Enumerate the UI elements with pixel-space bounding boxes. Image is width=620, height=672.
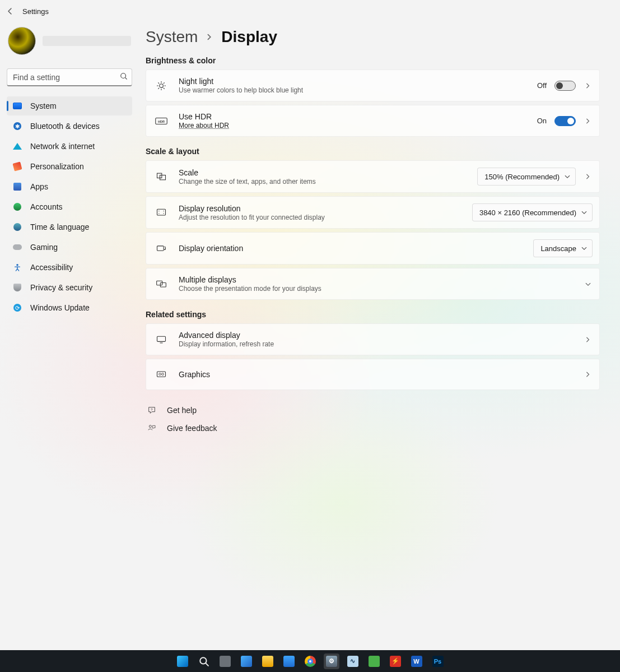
card-subtitle: Choose the presentation mode for your di… <box>179 285 572 293</box>
accessibility-icon <box>12 262 22 272</box>
svg-text:?: ? <box>151 408 153 411</box>
orientation-icon <box>155 242 167 254</box>
nav-accessibility[interactable]: Accessibility <box>7 258 132 277</box>
svg-point-9 <box>164 211 164 211</box>
orientation-card[interactable]: Display orientation Landscape <box>146 232 600 265</box>
nav-label: Windows Update <box>30 303 90 312</box>
nav-personalization[interactable]: Personalization <box>7 157 132 176</box>
breadcrumb-parent[interactable]: System <box>146 28 198 46</box>
graphics-card[interactable]: Graphics <box>146 359 600 390</box>
select-value: Landscape <box>540 244 576 253</box>
orientation-select[interactable]: Landscape <box>533 239 593 257</box>
scale-icon <box>155 170 167 183</box>
link-label: Get help <box>167 406 197 415</box>
give-feedback-link[interactable]: Give feedback <box>146 421 600 435</box>
update-icon: ⟳ <box>12 303 22 313</box>
section-scale: Scale & layout <box>146 147 600 156</box>
gaming-icon <box>12 242 22 252</box>
page-title: Display <box>221 28 277 46</box>
system-icon <box>12 101 22 111</box>
card-subtitle: Display information, refresh rate <box>179 340 572 348</box>
taskbar-photoshop[interactable]: Ps <box>430 654 446 669</box>
select-value: 150% (Recommended) <box>484 173 560 181</box>
search-icon[interactable] <box>120 72 128 80</box>
night-light-toggle[interactable] <box>554 81 576 91</box>
hdr-more-link[interactable]: More about HDR <box>179 122 526 129</box>
hdr-icon: HDR <box>155 115 167 127</box>
taskbar-chrome[interactable] <box>302 654 318 669</box>
link-label: Give feedback <box>167 424 217 433</box>
taskbar-widgets[interactable] <box>239 654 254 669</box>
expand-icon[interactable] <box>584 172 593 181</box>
taskbar-terminal[interactable]: ∿ <box>345 654 361 669</box>
bluetooth-icon: ✱ <box>12 121 22 131</box>
get-help-link[interactable]: ? Get help <box>146 404 600 417</box>
svg-text:HDR: HDR <box>158 120 165 123</box>
nav-accounts[interactable]: Accounts <box>7 197 132 216</box>
chevron-down-icon[interactable] <box>584 280 593 289</box>
multiple-displays-card[interactable]: Multiple displays Choose the presentatio… <box>146 268 600 300</box>
advanced-display-card[interactable]: Advanced display Display information, re… <box>146 323 600 355</box>
resolution-card[interactable]: Display resolution Adjust the resolution… <box>146 196 600 229</box>
hdr-toggle[interactable] <box>554 116 576 126</box>
app-title: Settings <box>22 7 49 16</box>
expand-icon[interactable] <box>584 81 593 90</box>
chevron-right-icon <box>206 33 213 41</box>
breadcrumb: System Display <box>146 28 600 46</box>
sidebar: System ✱ Bluetooth & devices Network & i… <box>0 22 139 650</box>
avatar <box>8 27 36 55</box>
scale-card[interactable]: Scale Change the size of text, apps, and… <box>146 160 600 193</box>
taskbar-search[interactable] <box>196 654 212 669</box>
content: System Display Brightness & color Night … <box>139 22 620 650</box>
taskbar-taskview[interactable] <box>217 654 233 669</box>
toggle-state-label: Off <box>537 81 547 90</box>
search-input[interactable] <box>7 68 132 86</box>
svg-point-8 <box>159 211 159 211</box>
taskbar-mail[interactable] <box>281 654 297 669</box>
nav-label: Apps <box>30 182 48 191</box>
advanced-display-icon <box>155 333 167 346</box>
taskbar-app-bolt[interactable]: ⚡ <box>388 654 403 669</box>
card-title: Graphics <box>179 370 572 379</box>
svg-point-18 <box>162 373 164 376</box>
scale-select[interactable]: 150% (Recommended) <box>477 168 576 186</box>
hdr-card[interactable]: HDR Use HDR More about HDR On <box>146 105 600 137</box>
graphics-icon <box>155 368 167 381</box>
card-subtitle: Change the size of text, apps, and other… <box>179 178 466 186</box>
taskbar-explorer[interactable] <box>260 654 276 669</box>
nav-label: Accounts <box>30 202 63 211</box>
nav-time-language[interactable]: Time & language <box>7 217 132 237</box>
toggle-state-label: On <box>537 117 547 125</box>
resolution-select[interactable]: 3840 × 2160 (Recommended) <box>472 203 593 221</box>
nav-gaming[interactable]: Gaming <box>7 238 132 257</box>
svg-point-11 <box>164 213 164 214</box>
nav-apps[interactable]: Apps <box>7 177 132 196</box>
search <box>7 68 132 86</box>
settings-window: Settings System ✱ Bluetooth & <box>0 0 620 672</box>
nav-system[interactable]: System <box>7 96 132 115</box>
feedback-icon <box>147 424 157 433</box>
expand-icon[interactable] <box>584 370 593 379</box>
expand-icon[interactable] <box>584 335 593 344</box>
taskbar-word[interactable]: W <box>409 654 425 669</box>
svg-rect-15 <box>157 336 166 341</box>
account-header[interactable] <box>7 26 132 58</box>
taskbar-settings[interactable]: ⚙ <box>324 654 339 669</box>
svg-rect-5 <box>157 173 162 178</box>
nav-bluetooth[interactable]: ✱ Bluetooth & devices <box>7 117 132 136</box>
taskbar-start[interactable] <box>175 654 190 669</box>
nav-privacy[interactable]: Privacy & security <box>7 278 132 297</box>
network-icon <box>12 141 22 151</box>
nav-network[interactable]: Network & internet <box>7 137 132 156</box>
nav-windows-update[interactable]: ⟳ Windows Update <box>7 298 132 317</box>
taskbar-app-green[interactable] <box>366 654 382 669</box>
nav-label: Time & language <box>30 223 89 231</box>
card-title: Advanced display <box>179 331 572 340</box>
night-light-card[interactable]: Night light Use warmer colors to help bl… <box>146 69 600 101</box>
titlebar: Settings <box>0 0 620 22</box>
card-title: Use HDR <box>179 112 526 121</box>
multiple-displays-icon <box>155 278 167 290</box>
card-title: Scale <box>179 168 466 177</box>
back-button[interactable] <box>4 6 16 17</box>
expand-icon[interactable] <box>584 117 593 126</box>
